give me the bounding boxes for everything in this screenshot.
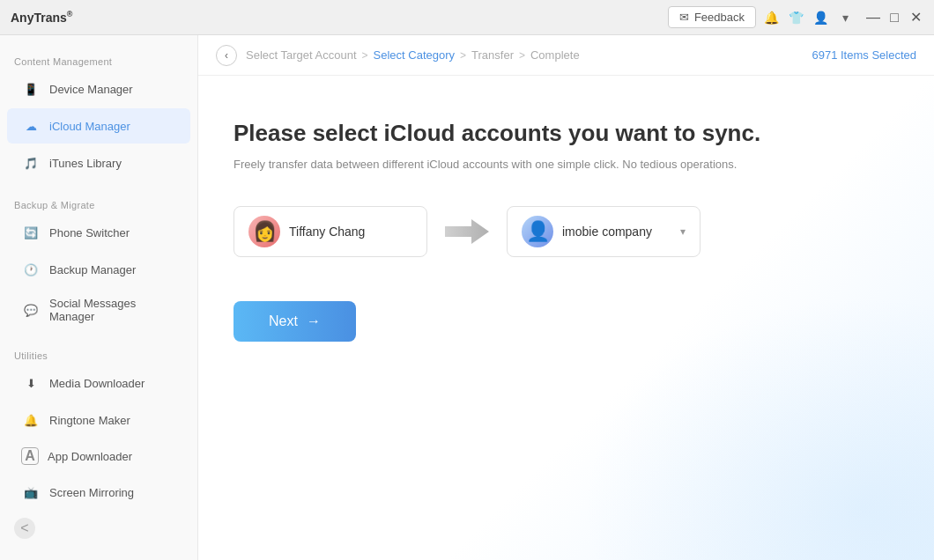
account-selector-row: 👩 Tiffany Chang <box>234 206 899 257</box>
app-downloader-icon: A <box>21 447 39 465</box>
media-downloader-icon: ⬇ <box>21 373 41 393</box>
sidebar-item-backup-manager[interactable]: 🕐 Backup Manager <box>7 252 190 287</box>
app-name: AnyTrans® <box>11 10 72 25</box>
backup-manager-icon: 🕐 <box>21 260 41 279</box>
phone-switcher-icon: 🔄 <box>21 223 41 242</box>
target-avatar: 👤 <box>522 216 553 247</box>
sidebar-item-label: iCloud Manager <box>49 120 130 133</box>
backup-migrate-label: Backup & Migrate <box>0 193 197 214</box>
sidebar-item-ringtone-maker[interactable]: 🔔 Ringtone Maker <box>7 402 190 438</box>
sidebar-item-label: Social Messages Manager <box>49 297 176 323</box>
sidebar-item-device-manager[interactable]: 📱 Device Manager <box>7 71 190 107</box>
titlebar: AnyTrans® ✉ Feedback 🔔 👕 👤 ▾ — □ ✕ <box>0 0 934 35</box>
icloud-icon: ☁ <box>21 116 41 136</box>
sidebar-item-label: Phone Switcher <box>49 226 130 239</box>
sidebar-item-screen-mirroring[interactable]: 📺 Screen Mirroring <box>7 475 190 510</box>
sidebar-item-social-messages[interactable]: 💬 Social Messages Manager <box>7 289 190 331</box>
sidebar-item-label: Media Downloader <box>49 377 145 390</box>
sidebar-bottom: < <box>0 511 197 546</box>
maximize-button[interactable]: □ <box>886 10 902 26</box>
sidebar-item-icloud-manager[interactable]: ☁ iCloud Manager <box>7 108 190 144</box>
sidebar: Content Management 📱 Device Manager ☁ iC… <box>0 35 198 560</box>
sidebar-item-label: Device Manager <box>49 83 133 96</box>
svg-marker-0 <box>445 219 489 244</box>
background-decoration <box>582 296 934 560</box>
chevron-down-icon[interactable]: ▾ <box>837 10 853 26</box>
target-account-name: imobie company <box>562 225 652 239</box>
breadcrumb-separator: > <box>362 49 368 62</box>
collapse-button[interactable]: < <box>14 518 35 539</box>
close-button[interactable]: ✕ <box>908 10 923 26</box>
breadcrumb-bar: ‹ Select Target Account > Select Categor… <box>198 35 934 76</box>
sidebar-item-label: App Downloader <box>48 450 132 463</box>
target-account-dropdown[interactable]: 👤 imobie company ▾ <box>507 206 700 257</box>
titlebar-left: AnyTrans® <box>11 10 72 25</box>
breadcrumb-separator: > <box>460 49 466 62</box>
minimize-button[interactable]: — <box>865 10 881 26</box>
itunes-icon: 🎵 <box>21 153 41 173</box>
feedback-button[interactable]: ✉ Feedback <box>668 6 756 28</box>
items-selected-count: 6971 Items Selected <box>812 48 916 62</box>
main-content: Please select iCloud accounts you want t… <box>198 76 934 560</box>
titlebar-icons: 🔔 👕 👤 ▾ <box>763 10 853 26</box>
breadcrumb-step-target-account: Select Target Account <box>246 48 357 62</box>
page-title: Please select iCloud accounts you want t… <box>234 120 899 147</box>
sidebar-item-label: Screen Mirroring <box>49 486 134 499</box>
breadcrumb-step-select-category: Select Category <box>374 48 456 62</box>
notification-icon[interactable]: 🔔 <box>763 10 779 26</box>
content-area: ‹ Select Target Account > Select Categor… <box>198 35 934 560</box>
transfer-arrow <box>445 219 489 244</box>
breadcrumb-separator: > <box>519 49 525 62</box>
sidebar-item-label: Backup Manager <box>49 263 136 276</box>
back-button[interactable]: ‹ <box>216 45 237 66</box>
profile-icon[interactable]: 👤 <box>812 10 828 26</box>
window-controls: — □ ✕ <box>865 10 923 26</box>
source-account-box: 👩 Tiffany Chang <box>234 206 427 257</box>
breadcrumb: Select Target Account > Select Category … <box>246 48 812 62</box>
sidebar-item-app-downloader[interactable]: A App Downloader <box>7 439 190 473</box>
source-account-name: Tiffany Chang <box>289 225 365 239</box>
mail-icon: ✉ <box>679 11 689 24</box>
content-management-label: Content Management <box>0 49 197 70</box>
sidebar-item-itunes-library[interactable]: 🎵 iTunes Library <box>7 145 190 181</box>
screen-mirroring-icon: 📺 <box>21 483 41 502</box>
titlebar-right: ✉ Feedback 🔔 👕 👤 ▾ — □ ✕ <box>668 6 923 28</box>
sidebar-item-label: iTunes Library <box>49 157 122 170</box>
ringtone-maker-icon: 🔔 <box>21 410 41 430</box>
shirt-icon[interactable]: 👕 <box>788 10 804 26</box>
breadcrumb-step-complete: Complete <box>530 48 580 62</box>
sidebar-item-label: Ringtone Maker <box>49 414 130 427</box>
sidebar-item-media-downloader[interactable]: ⬇ Media Downloader <box>7 365 190 401</box>
device-manager-icon: 📱 <box>21 79 41 99</box>
utilities-label: Utilities <box>0 343 197 365</box>
social-messages-icon: 💬 <box>21 300 41 320</box>
dropdown-chevron-icon: ▾ <box>680 225 686 238</box>
next-button[interactable]: Next → <box>234 301 356 342</box>
source-avatar: 👩 <box>248 216 280 247</box>
arrow-icon <box>445 219 489 244</box>
page-subtitle: Freely transfer data between different i… <box>234 158 899 171</box>
sidebar-item-phone-switcher[interactable]: 🔄 Phone Switcher <box>7 215 190 250</box>
main-layout: Content Management 📱 Device Manager ☁ iC… <box>0 35 934 560</box>
breadcrumb-step-transfer: Transfer <box>471 48 514 62</box>
